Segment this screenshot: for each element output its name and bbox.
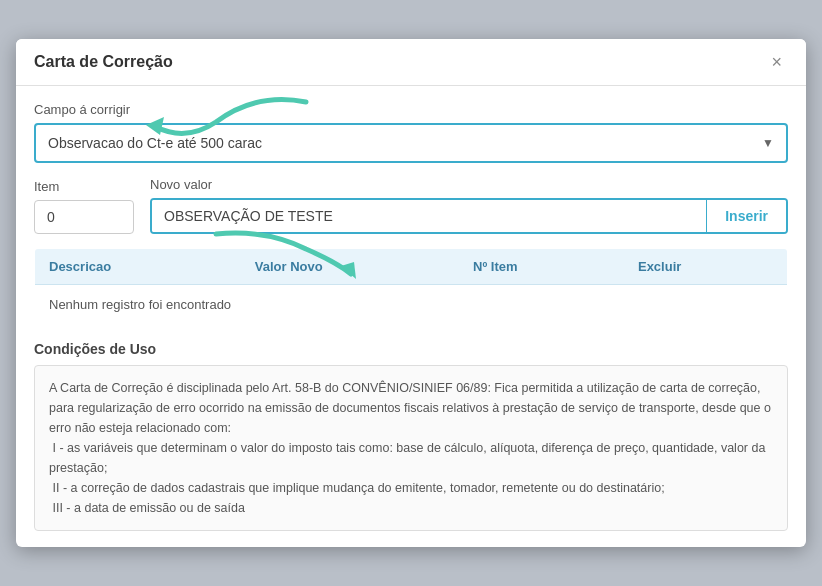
novo-valor-input[interactable] xyxy=(152,200,706,232)
carta-correcao-modal: Carta de Correção × Campo á corrigir Obs… xyxy=(16,39,806,547)
col-no-item: Nº Item xyxy=(459,249,624,285)
item-column: Item xyxy=(34,179,134,234)
novo-valor-column: Novo valor Inserir xyxy=(150,177,788,234)
condicoes-section: Condições de Uso A Carta de Correção é d… xyxy=(34,341,788,531)
table-empty-message: Nenhum registro foi encontrado xyxy=(35,285,788,325)
modal-close-button[interactable]: × xyxy=(765,51,788,73)
novo-valor-wrapper: Inserir xyxy=(150,198,788,234)
table-empty-row: Nenhum registro foi encontrado xyxy=(35,285,788,325)
condicoes-title: Condições de Uso xyxy=(34,341,788,357)
table-header-row: Descricao Valor Novo Nº Item Excluir xyxy=(35,249,788,285)
inserir-button[interactable]: Inserir xyxy=(706,200,786,232)
modal-header: Carta de Correção × xyxy=(16,39,806,86)
modal-title: Carta de Correção xyxy=(34,53,173,71)
condicoes-box: A Carta de Correção é disciplinada pelo … xyxy=(34,365,788,531)
condicoes-text: A Carta de Correção é disciplinada pelo … xyxy=(49,378,773,518)
corrections-table: Descricao Valor Novo Nº Item Excluir Nen… xyxy=(34,248,788,325)
campo-section: Campo á corrigir Observacao do Ct-e até … xyxy=(34,102,788,163)
item-label: Item xyxy=(34,179,134,194)
novo-valor-label: Novo valor xyxy=(150,177,788,192)
modal-body: Campo á corrigir Observacao do Ct-e até … xyxy=(16,86,806,547)
item-input[interactable] xyxy=(34,200,134,234)
col-valor-novo: Valor Novo xyxy=(241,249,459,285)
col-descricao: Descricao xyxy=(35,249,241,285)
item-novo-row: Item Novo valor Inserir xyxy=(34,177,788,234)
col-excluir: Excluir xyxy=(624,249,788,285)
campo-select-wrapper: Observacao do Ct-e até 500 carac ▼ xyxy=(34,123,788,163)
campo-select[interactable]: Observacao do Ct-e até 500 carac xyxy=(36,125,786,161)
campo-label: Campo á corrigir xyxy=(34,102,788,117)
